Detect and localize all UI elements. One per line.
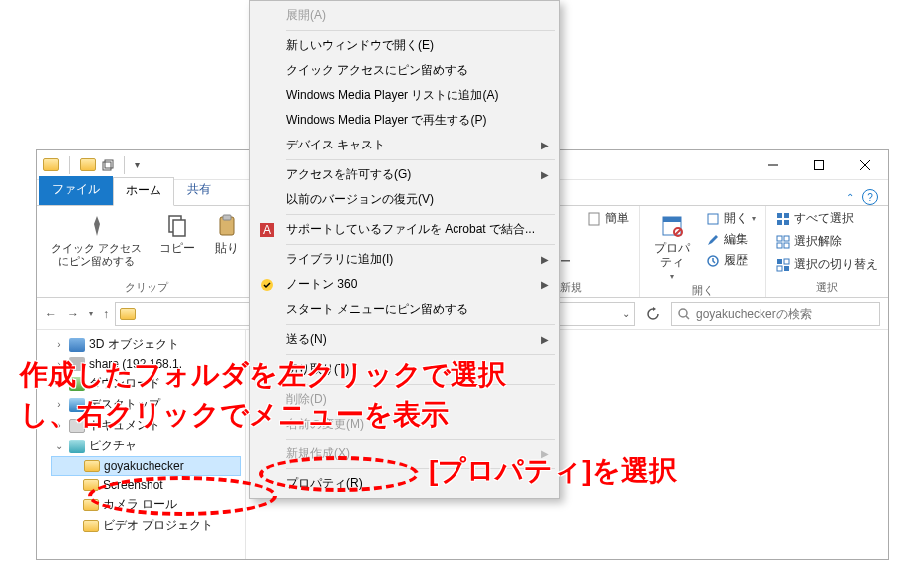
tree-pictures[interactable]: ⌄ ピクチャ [51,436,241,456]
refresh-button[interactable] [641,302,665,326]
edit-icon [706,233,720,247]
label: 簡単 [605,210,629,227]
svg-rect-26 [777,243,782,248]
tree-goyakuchecker[interactable]: goyakuchecker [51,456,241,476]
svg-rect-25 [784,236,789,241]
separator [286,159,555,160]
search-box[interactable] [671,302,880,326]
new-item-icon [587,212,601,226]
ribbon-collapse-help: ⌃ ? [846,189,878,205]
close-button[interactable] [842,150,888,180]
ctx-norton[interactable]: ノートン 360▶ [252,272,557,297]
separator [286,214,555,215]
minimize-button[interactable] [751,150,796,180]
label: 3D オブジェクト [89,336,179,353]
label: クイック アクセスにピン留めする [286,62,468,79]
group-label: 選択 [776,280,878,295]
label: 展開(A) [286,7,326,24]
separator [286,439,555,440]
ribbon-collapse-icon[interactable]: ⌃ [846,192,854,203]
folder-icon [80,158,96,171]
label: 送る(N) [286,331,327,348]
ctx-pin-start[interactable]: スタート メニューにピン留めする [252,297,557,322]
folder-icon [43,158,59,171]
nav-up-button[interactable]: ↑ [103,307,109,321]
paste-button[interactable]: 貼り [209,210,245,258]
svg-rect-27 [784,243,789,248]
label: 貼り [215,242,239,256]
tree-3d-objects[interactable]: › 3D オブジェクト [51,334,241,355]
open-button[interactable]: 開く ▾ [706,210,756,227]
maximize-button[interactable] [796,150,842,180]
nav-forward-button[interactable]: → [67,307,79,321]
folder-icon [84,460,100,472]
annotation-text-3: [プロパティ]を選択 [429,453,677,489]
separator [124,156,125,174]
titlebar-icons: ▾ [43,156,140,174]
copy-button[interactable]: コピー [155,210,199,258]
new-item-easy[interactable]: 簡単 [587,210,629,227]
annotation-text-2: し、右クリックでメニューを表示 [20,397,449,433]
svg-rect-0 [103,162,111,170]
svg-text:A: A [263,223,271,237]
chevron-down-icon: ▾ [670,272,674,281]
ctx-wmp-list[interactable]: Windows Media Player リストに追加(A) [252,83,557,108]
label: ビデオ プロジェクト [103,517,213,534]
tab-share[interactable]: 共有 [174,176,224,205]
label: すべて選択 [794,210,854,227]
submenu-arrow-icon: ▶ [541,334,549,345]
ctx-expand[interactable]: 展開(A) [252,3,557,28]
search-input[interactable] [696,307,873,321]
label: 開く [724,210,748,227]
submenu-arrow-icon: ▶ [541,169,549,180]
label: 選択の切り替え [794,256,878,273]
history-button[interactable]: 履歴 [706,252,756,269]
pictures-icon [69,440,85,453]
properties-icon [658,212,686,240]
chevron-down-icon[interactable]: ⌄ [622,308,630,319]
history-icon [706,254,720,268]
nav-arrows: ← → ▾ ↑ [45,307,109,321]
label: 以前のバージョンの復元(V) [286,191,434,208]
ctx-grant-access[interactable]: アクセスを許可する(G)▶ [252,162,557,187]
select-none-icon [776,235,790,249]
restore-down-icon[interactable] [102,159,114,171]
tab-home[interactable]: ホーム [113,177,174,206]
norton-icon [258,276,276,294]
ctx-restore-versions[interactable]: 以前のバージョンの復元(V) [252,187,557,212]
tree-video-project[interactable]: ビデオ プロジェクト [51,515,241,536]
annotation-circle-properties [259,456,419,492]
ctx-pin-quick[interactable]: クイック アクセスにピン留めする [252,58,557,83]
ctx-wmp-play[interactable]: Windows Media Player で再生する(P) [252,108,557,133]
svg-rect-23 [784,220,789,225]
expand-icon[interactable]: ⌄ [53,441,65,451]
ctx-library-add[interactable]: ライブラリに追加(I)▶ [252,247,557,272]
qat-overflow[interactable]: ▾ [135,159,140,170]
ctx-send-to[interactable]: 送る(N)▶ [252,327,557,352]
ctx-device-cast[interactable]: デバイス キャスト▶ [252,133,557,157]
label: サポートしているファイルを Acrobat で結合... [286,221,535,238]
label: 履歴 [724,252,748,269]
ctx-open-new-window[interactable]: 新しいウィンドウで開く(E) [252,33,557,58]
tab-file[interactable]: ファイル [39,176,113,205]
submenu-arrow-icon: ▶ [541,254,549,265]
label: コピー [159,242,195,256]
invert-selection-button[interactable]: 選択の切り替え [776,256,878,273]
select-none-button[interactable]: 選択解除 [776,233,878,250]
label: プロパ ティ [654,242,690,270]
ctx-acrobat-combine[interactable]: A サポートしているファイルを Acrobat で結合... [252,217,557,242]
svg-rect-24 [777,236,782,241]
label: 新しいウィンドウで開く(E) [286,37,434,54]
edit-button[interactable]: 編集 [706,231,756,248]
nav-history-button[interactable]: ▾ [89,309,93,318]
label: クイック アクセス にピン留めする [51,242,142,267]
properties-button[interactable]: プロパ ティ ▾ [650,210,694,283]
group-label: クリップ [47,280,245,295]
chevron-down-icon: ▾ [752,214,756,223]
nav-back-button[interactable]: ← [45,307,57,321]
svg-rect-15 [663,217,681,222]
pin-quick-access-button[interactable]: クイック アクセス にピン留めする [47,210,146,269]
select-all-button[interactable]: すべて選択 [776,210,878,227]
expand-icon[interactable]: › [53,339,65,350]
help-icon[interactable]: ? [862,189,878,205]
